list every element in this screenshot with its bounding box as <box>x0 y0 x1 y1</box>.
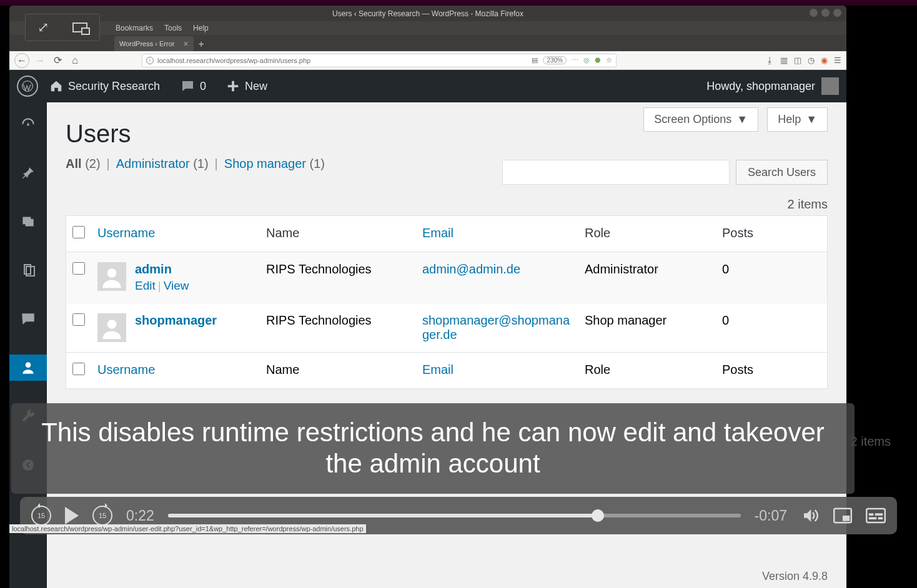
pip-icon[interactable] <box>72 22 87 32</box>
dashboard-icon <box>20 116 36 132</box>
svg-rect-11 <box>878 517 883 519</box>
tab-close-icon[interactable]: × <box>183 39 188 49</box>
screenshare-overlay[interactable]: ⤢ <box>25 14 100 41</box>
hamburger-icon[interactable]: ☰ <box>834 56 841 65</box>
menu-tools[interactable]: Tools <box>164 24 182 32</box>
edit-link[interactable]: Edit <box>135 279 156 292</box>
cell-name: RIPS Technologies <box>260 303 416 353</box>
avatar-icon <box>821 77 839 95</box>
cell-posts: 0 <box>716 303 828 353</box>
firefox-navbar: ← → ⟳ ⌂ i localhost.research/wordpress/w… <box>9 51 846 70</box>
sidebar-icon[interactable]: ◫ <box>794 56 801 65</box>
sync-icon[interactable]: ◷ <box>808 56 815 65</box>
url-protect-icon[interactable]: ◎ <box>583 56 590 64</box>
site-info-icon[interactable]: i <box>146 57 154 64</box>
select-all-checkbox[interactable] <box>72 226 85 238</box>
home-button[interactable]: ⌂ <box>68 54 82 67</box>
seek-knob[interactable] <box>592 509 604 522</box>
volume-button[interactable] <box>801 506 820 525</box>
library-icon[interactable]: ▥ <box>780 56 788 65</box>
seek-bar[interactable] <box>168 514 741 517</box>
browser-tab[interactable]: WordPress › Error × <box>114 36 194 51</box>
ublock-icon[interactable]: ⬣ <box>595 56 601 64</box>
toolbar-right: ⭳ ▥ ◫ ◷ ◉ ☰ <box>766 56 841 65</box>
adminbar-new[interactable]: New <box>226 79 267 93</box>
pip-icon <box>833 507 852 524</box>
chevron-down-icon: ▼ <box>736 113 748 126</box>
menu-comments[interactable] <box>9 306 47 332</box>
play-button[interactable] <box>65 507 79 524</box>
adminbar-comments-count: 0 <box>200 80 206 93</box>
comments-icon <box>20 311 36 327</box>
cell-email[interactable]: shopmanager@shopmanager.de <box>422 313 570 341</box>
tab-title: WordPress › Error <box>119 40 174 47</box>
url-bar[interactable]: i localhost.research/wordpress/wp-admin/… <box>142 54 617 67</box>
wp-version: Version 4.9.8 <box>762 570 828 583</box>
comment-icon <box>180 79 195 94</box>
search-users-input[interactable] <box>502 160 730 185</box>
user-link-admin[interactable]: admin <box>135 262 189 277</box>
firefox-menubar: Bookmarks Tools Help <box>9 21 846 35</box>
new-tab-button[interactable]: + <box>199 39 204 51</box>
wordpress-logo-icon[interactable] <box>17 76 38 97</box>
bookmark-star-icon[interactable]: ☆ <box>606 56 612 64</box>
view-link[interactable]: View <box>164 279 189 292</box>
reader-icon[interactable]: ▤ <box>532 56 538 64</box>
col-posts-bottom: Posts <box>716 353 828 389</box>
adminbar-site-link[interactable]: Security Research <box>49 79 160 93</box>
firefox-tabbar: WordPress › Error × + <box>9 35 846 51</box>
col-username-bottom[interactable]: Username <box>97 363 155 376</box>
screen-options-button[interactable]: Screen Options▼ <box>643 107 758 132</box>
captions-button[interactable] <box>866 507 886 524</box>
filter-shop-manager[interactable]: Shop manager (1) <box>224 157 325 171</box>
row-checkbox[interactable] <box>72 262 85 275</box>
select-all-checkbox-bottom[interactable] <box>72 363 85 375</box>
col-email[interactable]: Email <box>422 226 454 240</box>
item-count-top: 2 items <box>66 197 828 212</box>
menu-users[interactable] <box>9 355 47 381</box>
media-icon <box>20 213 36 230</box>
adminbar-howdy: Howdy, shopmanager <box>706 80 815 93</box>
back-button[interactable]: ← <box>14 53 29 68</box>
filter-all[interactable]: All (2) <box>66 157 101 171</box>
menu-media[interactable] <box>9 208 47 235</box>
table-row: shopmanager RIPS Technologies shopmanage… <box>66 303 828 353</box>
browser-status-link: localhost.research/wordpress/wp-admin/us… <box>9 524 366 533</box>
minimize-button[interactable] <box>810 9 818 17</box>
adminbar-comments[interactable]: 0 <box>180 79 206 94</box>
maximize-button[interactable] <box>821 9 830 17</box>
item-count-bottom: 2 items <box>851 434 891 449</box>
menu-dashboard[interactable] <box>9 111 47 137</box>
ext-icon[interactable]: ◉ <box>821 56 828 65</box>
menu-posts[interactable] <box>9 160 47 186</box>
close-button[interactable] <box>833 9 841 17</box>
row-checkbox[interactable] <box>72 313 85 326</box>
user-link-shopmanager[interactable]: shopmanager <box>135 313 217 328</box>
skip-forward-button[interactable]: 15 <box>92 506 112 526</box>
expand-icon[interactable]: ⤢ <box>37 19 49 36</box>
help-button[interactable]: Help▼ <box>767 107 828 132</box>
reload-button[interactable]: ⟳ <box>51 54 64 67</box>
plus-icon <box>226 79 240 93</box>
cell-email[interactable]: admin@admin.de <box>422 262 520 276</box>
menu-pages[interactable] <box>9 257 47 283</box>
search-users-button[interactable]: Search Users <box>736 160 828 185</box>
pip-button[interactable] <box>833 507 852 524</box>
menu-bookmarks[interactable]: Bookmarks <box>116 24 153 32</box>
forward-button[interactable]: → <box>33 54 47 67</box>
col-username[interactable]: Username <box>97 226 155 240</box>
menu-help[interactable]: Help <box>193 24 209 32</box>
video-caption: This disables runtime restrictions and h… <box>11 403 855 494</box>
col-email-bottom[interactable]: Email <box>422 363 454 376</box>
adminbar-account[interactable]: Howdy, shopmanager <box>706 77 839 95</box>
play-icon <box>65 507 79 524</box>
window-title: Users ‹ Security Research — WordPress - … <box>332 9 523 18</box>
svg-rect-8 <box>843 516 850 521</box>
skip-back-button[interactable]: 15 <box>31 506 51 526</box>
downloads-icon[interactable]: ⭳ <box>766 56 774 65</box>
url-more-icon[interactable]: ⋯ <box>572 56 578 64</box>
filter-administrator[interactable]: Administrator (1) <box>116 157 209 171</box>
zoom-badge[interactable]: 230% <box>543 56 567 64</box>
adminbar-new-label: New <box>245 80 267 93</box>
chevron-down-icon: ▼ <box>806 113 817 126</box>
